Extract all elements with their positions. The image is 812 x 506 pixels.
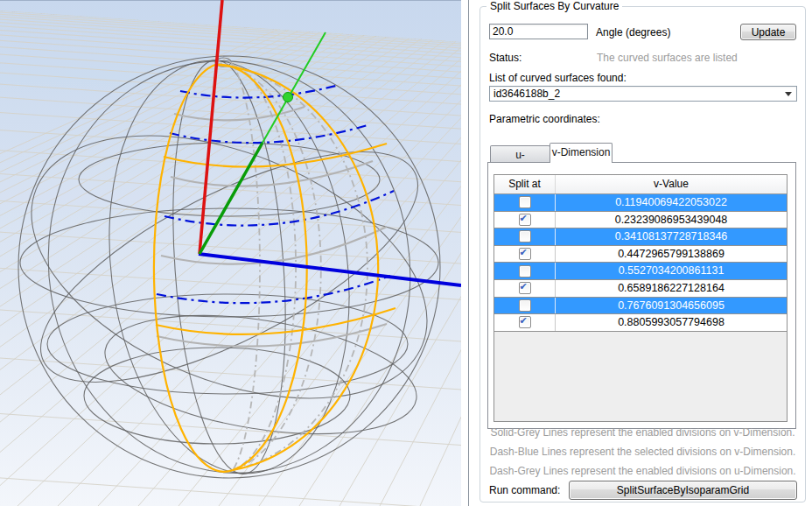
status-label: Status: <box>489 52 522 64</box>
curvature-groupbox: Split Surfaces By Curvature Angle (degre… <box>480 6 806 502</box>
legend-note-dash-blue: Dash-Blue Lines represent the selected d… <box>480 446 805 458</box>
split-checkbox[interactable] <box>519 299 531 312</box>
update-button[interactable]: Update <box>740 24 796 40</box>
viewport-background <box>0 0 461 506</box>
angle-input[interactable] <box>489 24 588 39</box>
legend-note-solid-grey: Solid-Grey Lines represent the enabled d… <box>480 426 805 439</box>
column-header-v-value[interactable]: v-Value <box>556 175 787 193</box>
v-value-cell: 0.34108137728718346 <box>556 228 787 245</box>
angle-label: Angle (degrees) <box>596 26 670 39</box>
split-checkbox[interactable] <box>519 316 531 328</box>
table-row[interactable]: 0.5527034200861131 <box>494 263 787 280</box>
split-checkbox[interactable] <box>519 282 531 294</box>
v-value-cell: 0.8805993057794698 <box>556 314 787 331</box>
v-value-cell: 0.7676091304656095 <box>556 298 787 314</box>
v-value-table: Split at v-Value 0.11940069422053022 0.2… <box>494 174 788 422</box>
application-window: Split Surfaces By Curvature Angle (degre… <box>0 0 812 506</box>
split-checkbox[interactable] <box>519 248 531 260</box>
chevron-down-icon <box>785 92 792 96</box>
table-row[interactable]: 0.8805993057794698 <box>494 314 787 332</box>
table-row[interactable]: 0.6589186227128164 <box>494 280 787 298</box>
v-value-cell: 0.4472965799138869 <box>556 246 787 263</box>
run-command-button[interactable]: SplitSurfaceByIsoparamGrid <box>569 481 797 500</box>
table-row[interactable]: 0.23239086953439048 <box>494 212 787 229</box>
parametric-label: Parametric coordinates: <box>489 113 600 125</box>
table-row[interactable]: 0.7676091304656095 <box>494 298 787 315</box>
legend-note-dash-grey: Dash-Grey Lines represent the enabled di… <box>480 465 805 477</box>
table-header: Split at v-Value <box>494 175 787 194</box>
split-checkbox[interactable] <box>519 265 531 278</box>
tab-page: Split at v-Value 0.11940069422053022 0.2… <box>487 162 796 429</box>
table-row[interactable]: 0.4472965799138869 <box>494 246 787 264</box>
tab-u-dimension[interactable]: u-Dimension <box>490 145 550 162</box>
run-command-label: Run command: <box>489 484 560 496</box>
table-row[interactable]: 0.11940069422053022 <box>494 194 787 212</box>
table-row[interactable]: 0.34108137728718346 <box>494 228 787 246</box>
surfaces-list-label: List of curved surfaces found: <box>489 72 626 84</box>
split-checkbox[interactable] <box>519 214 531 226</box>
viewport-canvas[interactable] <box>0 0 461 506</box>
viewport-panel-divider[interactable] <box>461 0 469 506</box>
groupbox-title: Split Surfaces By Curvature <box>486 0 622 12</box>
v-value-cell: 0.11940069422053022 <box>556 194 787 211</box>
viewport-3d[interactable] <box>0 0 461 506</box>
v-value-cell: 0.23239086953439048 <box>556 212 787 228</box>
surface-dropdown[interactable]: id3646188b_2 <box>489 86 797 102</box>
split-surfaces-panel: Split Surfaces By Curvature Angle (degre… <box>469 0 812 506</box>
split-checkbox[interactable] <box>519 230 531 242</box>
division-point-marker[interactable] <box>284 93 293 102</box>
tab-v-dimension[interactable]: v-Dimension <box>550 143 612 163</box>
v-value-cell: 0.5527034200861131 <box>556 263 787 279</box>
surface-dropdown-value: id3646188b_2 <box>494 88 560 100</box>
column-header-split-at[interactable]: Split at <box>494 175 556 193</box>
status-value: The curved surfaces are listed <box>597 52 738 64</box>
v-value-cell: 0.6589186227128164 <box>556 280 787 297</box>
split-checkbox[interactable] <box>519 196 531 208</box>
